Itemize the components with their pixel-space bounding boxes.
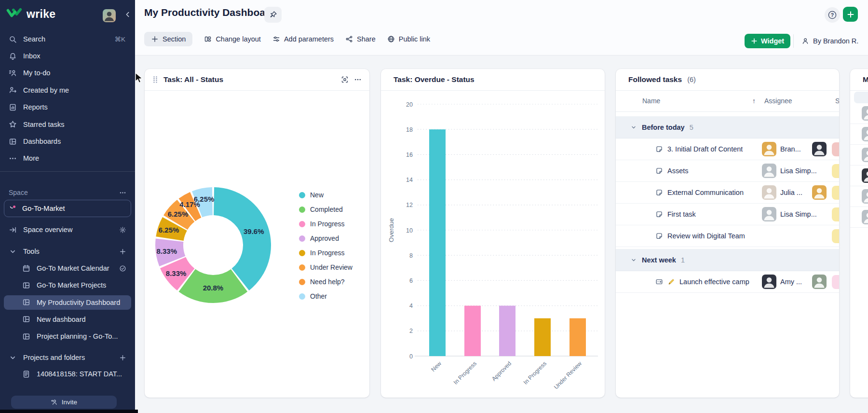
sidebar-item-inbox[interactable]: Inbox [4, 49, 131, 63]
plus-icon [151, 35, 159, 43]
plus-icon[interactable] [119, 248, 126, 255]
sidebar-item-new-dashboard[interactable]: New dashboard [4, 312, 131, 327]
donut-percent-label: 6.25% [159, 226, 179, 234]
bar[interactable] [464, 306, 481, 356]
avatar [862, 168, 868, 183]
avatar [812, 275, 827, 289]
gear-icon[interactable] [119, 226, 126, 234]
space-more-icon[interactable] [119, 189, 126, 196]
sidebar-group-tools[interactable]: Tools [4, 244, 131, 259]
plus-icon[interactable] [119, 354, 126, 361]
donut-percent-label: 6.25% [168, 210, 189, 218]
avatar [762, 142, 776, 156]
sidebar-item-space-overview[interactable]: Space overview [4, 222, 131, 237]
y-axis-label: Overdue [388, 218, 395, 242]
table-row[interactable] [850, 103, 868, 124]
legend-dot [299, 221, 305, 227]
sidebar-item-more[interactable]: More [4, 151, 131, 165]
assignee-name: Julia ... [780, 189, 808, 196]
table-row[interactable]: First taskLisa Simp... [616, 204, 839, 225]
invite-button[interactable]: Invite [11, 396, 117, 409]
wrike-logo[interactable]: wrike [6, 7, 55, 22]
avatar [762, 164, 776, 178]
collapse-sidebar-icon[interactable] [124, 11, 131, 20]
table-row[interactable] [850, 124, 868, 145]
table-row[interactable]: External CommunicationJulia ... [616, 182, 839, 204]
share-button[interactable]: Share [345, 32, 376, 46]
table-row[interactable]: Review with Digital Team [616, 225, 839, 247]
group-label: Next week [642, 256, 676, 264]
y-tick-label: 0 [409, 353, 413, 360]
window-bottom-edge [0, 410, 138, 413]
x-tick-label: New [430, 360, 443, 373]
legend-label: In Progress [310, 220, 345, 228]
table-row[interactable] [850, 165, 868, 186]
column-start-date[interactable]: S [835, 97, 839, 105]
bar[interactable] [534, 318, 551, 356]
chevron-down-icon [630, 257, 637, 263]
change-layout-button[interactable]: Change layout [204, 32, 261, 46]
sort-ascending-icon[interactable]: ↑ [752, 97, 756, 105]
table-row[interactable]: 3. Initial Draft of ContentBran... [616, 138, 839, 160]
widget-menu-icon[interactable] [354, 76, 362, 83]
group-label: Before today [642, 124, 685, 131]
donut-percent-label: 8.33% [166, 269, 187, 277]
drag-handle-icon[interactable] [152, 76, 158, 83]
legend-dot [299, 293, 305, 300]
table-row[interactable]: Launch effective campAmy ... [616, 271, 839, 293]
toolbar-item-label: Public link [399, 35, 430, 43]
avatar [762, 185, 776, 200]
task-title: Review with Digital Team [667, 232, 745, 240]
space-selector[interactable]: Go-To-Market [4, 200, 131, 217]
sidebar-item-search[interactable]: Search ⌘K [4, 32, 131, 46]
table-row[interactable] [850, 207, 868, 228]
table-row[interactable] [850, 186, 868, 207]
person-arrow-icon [9, 86, 17, 94]
table-row[interactable] [850, 145, 868, 165]
pin-button[interactable] [264, 7, 282, 23]
legend-dot [299, 192, 305, 198]
widget-header: Task: All - Status [145, 69, 369, 91]
sidebar-item-go-to-market-projects[interactable]: Go-To Market Projects [4, 278, 131, 292]
sidebar-item-label: My Productivity Dashboard [37, 299, 120, 306]
dashboard-owner[interactable]: By Brandon R. [801, 34, 858, 48]
add-parameters-button[interactable]: Add parameters [272, 32, 334, 46]
x-tick-label: In Progress [452, 360, 478, 385]
sidebar-item-project-planning-go-to-[interactable]: Project planning - Go-To... [4, 329, 131, 344]
owner-label: By Brandon R. [813, 37, 858, 45]
sidebar-item-created-by-me[interactable]: Created by me [4, 83, 131, 97]
global-add-button[interactable] [843, 7, 858, 22]
task-group-header[interactable]: Next week1 [616, 249, 839, 271]
bar[interactable] [429, 129, 446, 356]
column-assignee[interactable]: Assignee [764, 97, 792, 105]
table-row[interactable]: AssetsLisa Simp... [616, 160, 839, 182]
add-widget-button[interactable]: Widget [745, 34, 790, 48]
table-column-header [854, 92, 868, 103]
sidebar-item-go-to-market-calendar[interactable]: Go-To Market Calendar [4, 261, 131, 275]
sidebar-group-projects[interactable]: Projects and folders [4, 350, 131, 365]
sidebar-item-dashboards[interactable]: Dashboards [4, 134, 131, 149]
y-tick-label: 16 [406, 151, 413, 158]
chart-legend: NewCompletedIn ProgressApprovedIn Progre… [299, 188, 353, 303]
table-column-header: Name ↑ Assignee S [616, 91, 839, 112]
sidebar-item-reports[interactable]: Reports [4, 100, 131, 114]
user-avatar[interactable] [103, 9, 116, 22]
space-section-label: Space [9, 189, 28, 196]
sidebar-item-starred-tasks[interactable]: Starred tasks [4, 117, 131, 132]
legend-item: Need help? [299, 275, 353, 289]
bar[interactable] [570, 318, 586, 356]
sidebar-item-my-productivity-dashboard[interactable]: My Productivity Dashboard [4, 295, 131, 310]
expand-widget-icon[interactable] [341, 76, 349, 83]
bar[interactable] [499, 306, 515, 356]
section-button[interactable]: Section [144, 32, 192, 46]
column-name[interactable]: Name [642, 97, 660, 105]
help-button[interactable]: ? [825, 7, 840, 23]
donut-percent-label: 20.8% [203, 284, 224, 292]
sidebar-item-label: Go-To Market Projects [37, 281, 106, 289]
public-link-button[interactable]: Public link [387, 32, 430, 46]
avatar [762, 207, 776, 221]
sidebar-item-my-to-do[interactable]: My to-do [4, 66, 131, 80]
task-group-header[interactable]: Before today5 [616, 116, 839, 138]
sidebar-item-project[interactable]: 1408418158: START DAT... [4, 367, 131, 381]
space-section-header[interactable]: Space [4, 185, 131, 200]
